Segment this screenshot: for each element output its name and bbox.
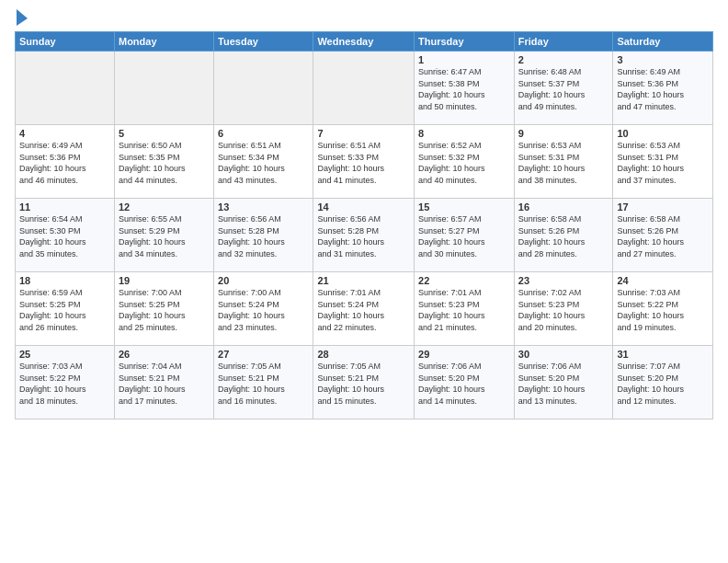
- day-detail: Sunrise: 6:59 AM Sunset: 5:25 PM Dayligh…: [19, 287, 110, 333]
- calendar-cell: 11Sunrise: 6:54 AM Sunset: 5:30 PM Dayli…: [16, 199, 115, 272]
- calendar-cell: [114, 52, 213, 125]
- week-row-3: 18Sunrise: 6:59 AM Sunset: 5:25 PM Dayli…: [16, 272, 713, 346]
- day-number: 26: [119, 349, 210, 360]
- calendar-cell: 14Sunrise: 6:56 AM Sunset: 5:28 PM Dayli…: [313, 199, 415, 272]
- calendar-cell: 10Sunrise: 6:53 AM Sunset: 5:31 PM Dayli…: [613, 125, 713, 199]
- week-row-1: 4Sunrise: 6:49 AM Sunset: 5:36 PM Daylig…: [16, 125, 713, 199]
- calendar-cell: 13Sunrise: 6:56 AM Sunset: 5:28 PM Dayli…: [214, 199, 313, 272]
- day-detail: Sunrise: 7:02 AM Sunset: 5:23 PM Dayligh…: [518, 287, 609, 333]
- calendar-cell: 7Sunrise: 6:51 AM Sunset: 5:33 PM Daylig…: [313, 125, 415, 199]
- calendar-cell: 24Sunrise: 7:03 AM Sunset: 5:22 PM Dayli…: [613, 272, 713, 346]
- day-number: 19: [119, 275, 210, 286]
- logo: [15, 11, 33, 26]
- day-number: 16: [518, 201, 609, 213]
- weekday-header-saturday: Saturday: [613, 32, 713, 52]
- day-number: 15: [418, 201, 510, 213]
- day-detail: Sunrise: 6:56 AM Sunset: 5:28 PM Dayligh…: [218, 213, 309, 259]
- day-detail: Sunrise: 7:00 AM Sunset: 5:25 PM Dayligh…: [119, 287, 210, 333]
- day-number: 23: [518, 275, 609, 286]
- day-number: 25: [19, 349, 110, 360]
- calendar-cell: 6Sunrise: 6:51 AM Sunset: 5:34 PM Daylig…: [214, 125, 313, 199]
- weekday-header-thursday: Thursday: [415, 32, 515, 52]
- day-detail: Sunrise: 6:54 AM Sunset: 5:30 PM Dayligh…: [19, 213, 110, 259]
- calendar-cell: 23Sunrise: 7:02 AM Sunset: 5:23 PM Dayli…: [514, 272, 613, 346]
- calendar-cell: 18Sunrise: 6:59 AM Sunset: 5:25 PM Dayli…: [16, 272, 115, 346]
- day-number: 2: [518, 54, 609, 65]
- logo-flag-icon: [17, 9, 33, 28]
- day-detail: Sunrise: 6:57 AM Sunset: 5:27 PM Dayligh…: [418, 213, 510, 259]
- day-detail: Sunrise: 6:53 AM Sunset: 5:31 PM Dayligh…: [617, 140, 709, 186]
- day-number: 31: [617, 349, 709, 360]
- day-number: 17: [617, 201, 709, 213]
- day-detail: Sunrise: 7:05 AM Sunset: 5:21 PM Dayligh…: [317, 361, 410, 407]
- day-number: 1: [418, 54, 510, 65]
- calendar-cell: 22Sunrise: 7:01 AM Sunset: 5:23 PM Dayli…: [415, 272, 515, 346]
- calendar-cell: 12Sunrise: 6:55 AM Sunset: 5:29 PM Dayli…: [114, 199, 213, 272]
- day-number: 30: [518, 349, 609, 360]
- day-detail: Sunrise: 6:48 AM Sunset: 5:37 PM Dayligh…: [518, 66, 609, 112]
- day-number: 27: [218, 349, 309, 360]
- day-number: 5: [119, 128, 210, 139]
- day-detail: Sunrise: 7:03 AM Sunset: 5:22 PM Dayligh…: [617, 287, 709, 333]
- day-number: 12: [119, 201, 210, 213]
- day-number: 9: [518, 128, 609, 139]
- weekday-header-wednesday: Wednesday: [313, 32, 415, 52]
- day-number: 20: [218, 275, 309, 286]
- weekday-header-sunday: Sunday: [16, 32, 115, 52]
- day-number: 4: [19, 128, 110, 139]
- calendar-cell: [313, 52, 415, 125]
- day-detail: Sunrise: 7:06 AM Sunset: 5:20 PM Dayligh…: [418, 361, 510, 407]
- calendar-table: SundayMondayTuesdayWednesdayThursdayFrid…: [15, 31, 713, 419]
- day-number: 13: [218, 201, 309, 213]
- day-number: 24: [617, 275, 709, 286]
- day-detail: Sunrise: 6:51 AM Sunset: 5:33 PM Dayligh…: [317, 140, 410, 186]
- day-detail: Sunrise: 6:47 AM Sunset: 5:38 PM Dayligh…: [418, 66, 510, 112]
- week-row-4: 25Sunrise: 7:03 AM Sunset: 5:22 PM Dayli…: [16, 346, 713, 419]
- day-number: 7: [317, 128, 410, 139]
- day-detail: Sunrise: 6:49 AM Sunset: 5:36 PM Dayligh…: [19, 140, 110, 186]
- header: [15, 11, 713, 26]
- day-detail: Sunrise: 6:51 AM Sunset: 5:34 PM Dayligh…: [218, 140, 309, 186]
- calendar-cell: 29Sunrise: 7:06 AM Sunset: 5:20 PM Dayli…: [415, 346, 515, 419]
- day-number: 10: [617, 128, 709, 139]
- calendar-cell: 4Sunrise: 6:49 AM Sunset: 5:36 PM Daylig…: [16, 125, 115, 199]
- day-detail: Sunrise: 6:58 AM Sunset: 5:26 PM Dayligh…: [617, 213, 709, 259]
- calendar-cell: [16, 52, 115, 125]
- calendar-cell: [214, 52, 313, 125]
- day-detail: Sunrise: 6:55 AM Sunset: 5:29 PM Dayligh…: [119, 213, 210, 259]
- day-number: 3: [617, 54, 709, 65]
- calendar-cell: 30Sunrise: 7:06 AM Sunset: 5:20 PM Dayli…: [514, 346, 613, 419]
- day-number: 8: [418, 128, 510, 139]
- calendar-cell: 19Sunrise: 7:00 AM Sunset: 5:25 PM Dayli…: [114, 272, 213, 346]
- day-detail: Sunrise: 7:01 AM Sunset: 5:24 PM Dayligh…: [317, 287, 410, 333]
- calendar-cell: 17Sunrise: 6:58 AM Sunset: 5:26 PM Dayli…: [613, 199, 713, 272]
- calendar-cell: 26Sunrise: 7:04 AM Sunset: 5:21 PM Dayli…: [114, 346, 213, 419]
- day-detail: Sunrise: 7:01 AM Sunset: 5:23 PM Dayligh…: [418, 287, 510, 333]
- day-detail: Sunrise: 7:05 AM Sunset: 5:21 PM Dayligh…: [218, 361, 309, 407]
- calendar-cell: 21Sunrise: 7:01 AM Sunset: 5:24 PM Dayli…: [313, 272, 415, 346]
- day-number: 22: [418, 275, 510, 286]
- day-number: 6: [218, 128, 309, 139]
- calendar-cell: 28Sunrise: 7:05 AM Sunset: 5:21 PM Dayli…: [313, 346, 415, 419]
- weekday-header-row: SundayMondayTuesdayWednesdayThursdayFrid…: [16, 32, 713, 52]
- day-number: 18: [19, 275, 110, 286]
- day-detail: Sunrise: 6:49 AM Sunset: 5:36 PM Dayligh…: [617, 66, 709, 112]
- day-detail: Sunrise: 7:07 AM Sunset: 5:20 PM Dayligh…: [617, 361, 709, 407]
- day-number: 14: [317, 201, 410, 213]
- calendar-cell: 27Sunrise: 7:05 AM Sunset: 5:21 PM Dayli…: [214, 346, 313, 419]
- page: SundayMondayTuesdayWednesdayThursdayFrid…: [0, 0, 728, 563]
- calendar-cell: 20Sunrise: 7:00 AM Sunset: 5:24 PM Dayli…: [214, 272, 313, 346]
- day-number: 11: [19, 201, 110, 213]
- calendar-cell: 16Sunrise: 6:58 AM Sunset: 5:26 PM Dayli…: [514, 199, 613, 272]
- weekday-header-friday: Friday: [514, 32, 613, 52]
- calendar-cell: 2Sunrise: 6:48 AM Sunset: 5:37 PM Daylig…: [514, 52, 613, 125]
- day-detail: Sunrise: 7:06 AM Sunset: 5:20 PM Dayligh…: [518, 361, 609, 407]
- calendar-cell: 9Sunrise: 6:53 AM Sunset: 5:31 PM Daylig…: [514, 125, 613, 199]
- week-row-2: 11Sunrise: 6:54 AM Sunset: 5:30 PM Dayli…: [16, 199, 713, 272]
- day-number: 29: [418, 349, 510, 360]
- calendar-cell: 25Sunrise: 7:03 AM Sunset: 5:22 PM Dayli…: [16, 346, 115, 419]
- week-row-0: 1Sunrise: 6:47 AM Sunset: 5:38 PM Daylig…: [16, 52, 713, 125]
- day-number: 21: [317, 275, 410, 286]
- day-number: 28: [317, 349, 410, 360]
- day-detail: Sunrise: 7:04 AM Sunset: 5:21 PM Dayligh…: [119, 361, 210, 407]
